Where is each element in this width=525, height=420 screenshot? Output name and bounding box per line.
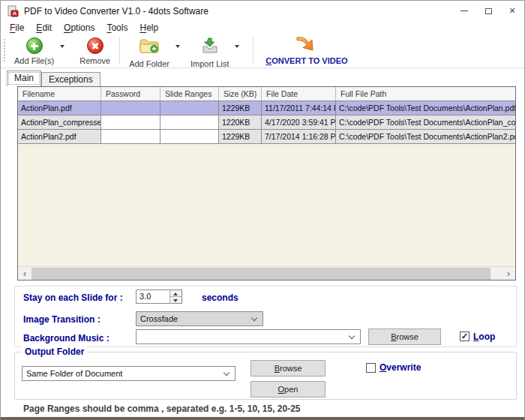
add-folder-button[interactable]: Add Folder: [126, 34, 172, 68]
add-files-icon: [26, 38, 43, 54]
scroll-right-button[interactable]: ›: [502, 268, 515, 280]
hscrollbar[interactable]: ‹ ›: [18, 266, 515, 280]
menu-help[interactable]: Help: [134, 22, 164, 33]
page-ranges-hint: Page Ranges should be comma , separated …: [23, 404, 301, 414]
maximize-button[interactable]: [476, 1, 500, 21]
background-music-label: Background Music :: [23, 333, 110, 344]
column-header-full-path[interactable]: Full File Path: [336, 87, 515, 100]
stay-duration-spinner[interactable]: 3.0: [136, 290, 182, 304]
cell-file-date[interactable]: 4/17/2020 3:59:41 PM: [262, 116, 336, 129]
toolbar-gripper-icon: [4, 39, 5, 62]
chevron-down-icon: [224, 370, 230, 376]
scroll-thumb[interactable]: [32, 268, 490, 280]
cell-file-date[interactable]: 7/17/2014 1:16:28 PM: [262, 130, 336, 143]
cell-filename[interactable]: ActionPlan_compressed.pdf: [18, 116, 101, 129]
image-transition-value: Crossfade: [140, 314, 178, 323]
stay-duration-value[interactable]: 3.0: [136, 290, 170, 303]
minimize-icon: [460, 10, 468, 11]
menubar: File Edit Options Tools Help: [1, 21, 524, 34]
cell-slide-ranges[interactable]: [160, 101, 219, 115]
add-folder-icon: [140, 38, 159, 57]
app-window: PDF to Video Converter V1.0 - 4dots Soft…: [0, 0, 525, 420]
column-header-file-date[interactable]: File Date: [262, 87, 336, 100]
tab-main[interactable]: Main: [7, 70, 41, 86]
close-icon: ✕: [508, 7, 515, 15]
app-icon: [7, 5, 19, 17]
cell-slide-ranges[interactable]: [160, 116, 219, 129]
output-folder-select[interactable]: Same Folder of Document: [22, 366, 236, 381]
cell-slide-ranges[interactable]: [160, 130, 219, 143]
overwrite-checkbox[interactable]: [366, 363, 376, 373]
cell-size[interactable]: 1229KB: [219, 130, 262, 143]
spinner-buttons: [170, 290, 182, 303]
tabstrip: Main Exceptions: [7, 70, 100, 86]
cell-filename[interactable]: ActionPlan.pdf: [18, 101, 101, 115]
loop-label[interactable]: Loop: [473, 332, 495, 342]
overwrite-label[interactable]: Overwrite: [380, 362, 421, 373]
minimize-button[interactable]: [452, 1, 476, 21]
cell-full-path[interactable]: C:\code\PDF Tools\Test Documents\ActionP…: [336, 130, 515, 143]
column-header-filename[interactable]: Filename: [18, 87, 101, 100]
titlebar: PDF to Video Converter V1.0 - 4dots Soft…: [1, 1, 524, 21]
maximize-icon: [485, 8, 492, 14]
tab-main-label: Main: [14, 73, 34, 83]
table-row[interactable]: ActionPlan_compressed.pdf 1220KB 4/17/20…: [18, 116, 515, 130]
add-files-dropdown[interactable]: [60, 45, 64, 48]
output-folder-value: Same Folder of Document: [26, 369, 122, 378]
tab-exceptions-label: Exceptions: [49, 74, 93, 85]
add-folder-label: Add Folder: [129, 59, 170, 68]
tab-exceptions[interactable]: Exceptions: [41, 72, 100, 86]
menu-tools[interactable]: Tools: [100, 22, 134, 33]
column-header-size[interactable]: Size (KB): [219, 87, 262, 100]
window-title: PDF to Video Converter V1.0 - 4dots Soft…: [24, 6, 208, 16]
spinner-up-button[interactable]: [170, 290, 182, 296]
toolbar-separator: [119, 38, 120, 64]
chevron-down-icon: [251, 315, 257, 321]
cell-size[interactable]: 1220KB: [219, 116, 262, 129]
scroll-left-button[interactable]: ‹: [18, 268, 32, 280]
background-music-select[interactable]: [136, 329, 361, 344]
image-transition-label: Image Transition :: [23, 314, 100, 325]
spinner-down-button[interactable]: [170, 296, 182, 303]
menu-edit[interactable]: Edit: [30, 22, 58, 33]
cell-file-date[interactable]: 11/17/2011 7:44:14 PM: [262, 101, 336, 115]
image-transition-select[interactable]: Crossfade: [136, 311, 263, 326]
convert-to-video-button[interactable]: CONVERT TO VIDEO: [266, 34, 347, 68]
window-controls: ✕: [452, 1, 524, 21]
cell-filename[interactable]: ActionPlan2.pdf: [18, 130, 101, 143]
cell-size[interactable]: 1229KB: [219, 101, 262, 115]
convert-to-video-label: CONVERT TO VIDEO: [266, 56, 347, 65]
remove-button[interactable]: Remove: [76, 34, 113, 68]
menu-options[interactable]: Options: [58, 22, 100, 33]
output-open-button[interactable]: Open: [250, 381, 326, 398]
add-files-label: Add File(s): [14, 56, 54, 65]
import-list-dropdown[interactable]: [235, 45, 239, 48]
loop-checkbox[interactable]: [460, 332, 470, 341]
column-header-password[interactable]: Password: [101, 87, 160, 100]
import-list-button[interactable]: Import List: [188, 34, 232, 68]
table-row[interactable]: ActionPlan.pdf 1229KB 11/17/2011 7:44:14…: [18, 101, 515, 116]
chevron-down-icon: [349, 333, 355, 339]
grid-header: Filename Password Slide Ranges Size (KB)…: [18, 87, 515, 101]
output-browse-button[interactable]: Browse: [250, 360, 326, 376]
output-folder-title: Output Folder: [22, 346, 87, 357]
cell-full-path[interactable]: C:\code\PDF Tools\Test Documents\ActionP…: [336, 101, 515, 115]
add-files-button[interactable]: Add File(s): [11, 34, 57, 68]
column-header-slide-ranges[interactable]: Slide Ranges: [160, 87, 219, 100]
cell-password[interactable]: [101, 101, 160, 115]
close-button[interactable]: ✕: [500, 1, 524, 21]
menu-file[interactable]: File: [4, 22, 30, 33]
import-list-label: Import List: [190, 59, 229, 68]
toolbar: Add File(s) Remove Add Folder: [1, 34, 524, 68]
cell-password[interactable]: [101, 130, 160, 143]
table-row[interactable]: ActionPlan2.pdf 1229KB 7/17/2014 1:16:28…: [18, 130, 515, 144]
stay-duration-label: Stay on each Slide for :: [23, 292, 123, 303]
seconds-label: seconds: [202, 292, 238, 303]
background-music-browse-button[interactable]: Browse: [368, 328, 441, 345]
remove-icon: [87, 38, 104, 54]
cell-full-path[interactable]: C:\code\PDF Tools\Test Documents\ActionP…: [336, 116, 515, 129]
cell-password[interactable]: [101, 116, 160, 129]
convert-icon: [294, 36, 320, 56]
add-folder-dropdown[interactable]: [176, 45, 180, 48]
import-list-icon: [201, 38, 219, 57]
